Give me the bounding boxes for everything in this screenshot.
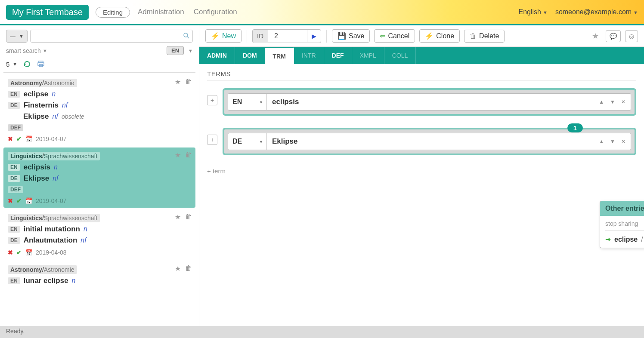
term-block: +1DE▾Eklipse▲▼✕ — [207, 128, 636, 155]
shared-entry-link[interactable]: ➔ eclipse / Finsternis — [605, 235, 644, 243]
entry-date: 2019-04-07 — [36, 135, 67, 142]
term-annotation: n — [84, 225, 87, 233]
expand-button[interactable]: + — [207, 135, 217, 145]
reject-icon[interactable]: ✖ — [8, 135, 13, 142]
caret-down-icon: ▼ — [12, 61, 17, 67]
smart-search-toggle[interactable]: smart search — [6, 47, 41, 54]
cancel-button[interactable]: ⇐Cancel — [374, 29, 415, 43]
term-status: obsolete — [62, 113, 84, 120]
new-button[interactable]: ⚡New — [205, 29, 242, 43]
star-icon[interactable]: ★ — [175, 151, 181, 159]
approve-icon[interactable]: ✔ — [16, 249, 22, 256]
print-icon[interactable] — [37, 60, 45, 68]
stop-sharing-link[interactable]: stop sharing — [605, 220, 638, 227]
entry-card[interactable]: Astronomy/Astronomie★🗑ENlunar eclipsen — [3, 261, 195, 289]
tab-trm[interactable]: TRM — [265, 47, 294, 64]
refresh-icon[interactable] — [23, 60, 31, 68]
termbase-title[interactable]: My First Termbase — [6, 5, 89, 20]
target-icon: ◎ — [629, 33, 634, 40]
term-row: Eklipsenfobsolete — [8, 112, 191, 121]
back-arrow-icon: ⇐ — [380, 32, 385, 40]
tab-dom[interactable]: DOM — [235, 47, 265, 64]
arrow-right-icon: ➔ — [605, 235, 611, 243]
tab-intr[interactable]: INTR — [294, 47, 324, 64]
term-lang-select[interactable]: DE▾ — [228, 133, 267, 150]
term-row: ENinitial mutationnn — [8, 225, 191, 234]
term-annotation: nf — [53, 113, 58, 120]
entry-domain: Linguistics/Sprachwissenschaft — [8, 214, 100, 222]
svg-rect-3 — [38, 63, 44, 65]
entry-meta: ✖✔📅2019-04-07 — [8, 197, 191, 204]
def-badge: DEF — [8, 124, 23, 131]
approve-icon[interactable]: ✔ — [16, 135, 22, 142]
floppy-icon: 💾 — [337, 32, 346, 40]
entry-card[interactable]: Linguistics/Sprachwissenschaft★🗑ENeclips… — [3, 147, 195, 208]
term-value[interactable]: eclipsis — [267, 98, 594, 106]
term-annotation: n — [72, 277, 76, 285]
svg-point-0 — [184, 33, 188, 37]
expand-button[interactable]: + — [207, 95, 217, 105]
target-button[interactable]: ◎ — [625, 30, 638, 42]
term-value[interactable]: Eklipse — [267, 137, 594, 146]
star-icon[interactable]: ★ — [175, 213, 181, 221]
move-up-icon[interactable]: ▲ — [599, 138, 604, 144]
remove-icon[interactable]: ✕ — [621, 99, 625, 105]
term-annotation: nf — [53, 175, 58, 182]
search-icon — [183, 32, 190, 39]
nav-configuration[interactable]: Configuration — [194, 8, 237, 16]
term-word: Finsternis — [24, 101, 59, 110]
reject-icon[interactable]: ✖ — [8, 249, 13, 256]
term-block: +EN▾eclipsis▲▼✕ — [207, 88, 636, 116]
term-word: initial mutationn — [24, 225, 80, 234]
search-filter-dropdown[interactable]: —▼ — [6, 30, 28, 43]
term-word: Eklipse — [23, 112, 49, 121]
nav-administration[interactable]: Administration — [138, 8, 184, 16]
language-selector[interactable]: English▼ — [519, 8, 548, 16]
save-button[interactable]: 💾Save — [332, 29, 370, 43]
reject-icon[interactable]: ✖ — [8, 197, 13, 204]
trash-icon[interactable]: 🗑 — [185, 151, 192, 159]
trash-icon[interactable]: 🗑 — [185, 78, 192, 86]
trash-icon: 🗑 — [470, 32, 477, 40]
id-value-input[interactable]: 2 — [268, 30, 307, 43]
term-lang-select[interactable]: EN▾ — [228, 94, 267, 110]
tab-def[interactable]: DEF — [324, 47, 352, 64]
star-icon[interactable]: ★ — [175, 264, 181, 273]
move-down-icon[interactable]: ▼ — [610, 99, 615, 105]
caret-down-icon: ▼ — [633, 10, 638, 15]
search-lang-pill[interactable]: EN — [167, 46, 184, 55]
tab-coll[interactable]: COLL — [384, 47, 416, 64]
calendar-icon: 📅 — [25, 197, 32, 204]
calendar-icon: 📅 — [25, 135, 32, 142]
mode-tab-editing[interactable]: Editing — [96, 7, 130, 18]
def-badge: DEF — [8, 186, 23, 193]
move-up-icon[interactable]: ▲ — [599, 99, 604, 105]
remove-icon[interactable]: ✕ — [621, 138, 625, 144]
tab-admin[interactable]: ADMIN — [199, 47, 235, 64]
id-go-button[interactable]: ▶ — [307, 30, 321, 42]
result-count-dropdown[interactable]: 5▼ — [6, 61, 17, 68]
trash-icon[interactable]: 🗑 — [185, 264, 192, 273]
lang-chip: DE — [8, 237, 20, 244]
term-row: ENeclipsen — [8, 90, 191, 98]
star-icon[interactable]: ★ — [592, 31, 599, 41]
shared-term-popover: Other entries that share this term stop … — [600, 201, 644, 248]
clone-button[interactable]: ⚡Clone — [419, 29, 460, 43]
trash-icon[interactable]: 🗑 — [185, 213, 192, 221]
delete-button[interactable]: 🗑Delete — [464, 30, 505, 43]
lang-chip: DE — [8, 102, 20, 109]
shared-count-badge[interactable]: 1 — [567, 123, 583, 132]
entry-card[interactable]: Linguistics/Sprachwissenschaft★🗑ENinitia… — [3, 209, 195, 259]
bolt-icon: ⚡ — [211, 32, 220, 40]
comment-button[interactable]: 💬 — [606, 30, 621, 42]
term-annotation: nf — [80, 237, 86, 244]
add-term-link[interactable]: + term — [207, 167, 636, 175]
entry-card[interactable]: Astronomy/Astronomie★🗑ENeclipsenDEFinste… — [3, 74, 195, 146]
term-annotation: n — [52, 90, 56, 98]
tab-xmpl[interactable]: XMPL — [352, 47, 384, 64]
move-down-icon[interactable]: ▼ — [610, 138, 615, 144]
approve-icon[interactable]: ✔ — [16, 197, 22, 204]
star-icon[interactable]: ★ — [175, 78, 181, 86]
user-menu[interactable]: someone@example.com▼ — [555, 8, 638, 16]
search-input[interactable] — [30, 30, 193, 43]
